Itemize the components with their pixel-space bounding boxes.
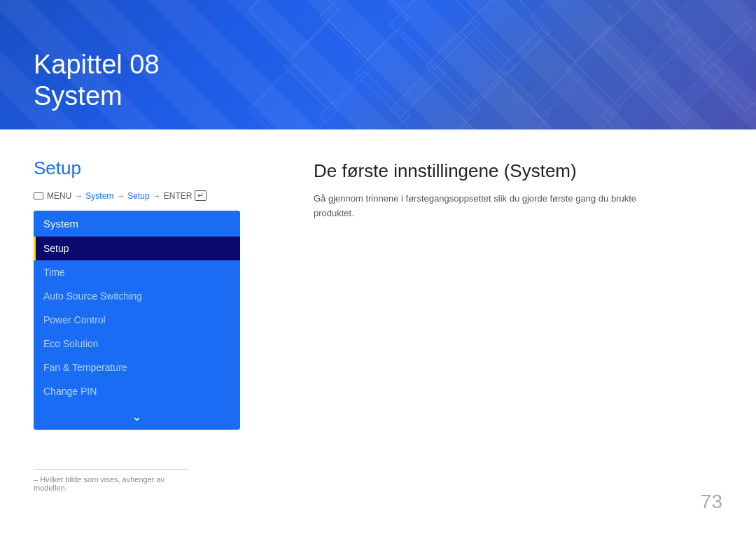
arrow-1: → [74, 191, 83, 201]
right-column: De første innstillingene (System) Gå gje… [314, 157, 722, 430]
menu-chevron[interactable]: ⌄ [34, 403, 240, 430]
footer-note-text: – Hvilket bilde som vises, avhenger av m… [34, 475, 164, 492]
menu-item-change-pin-label: Change PIN [43, 386, 97, 397]
chapter-label: Kapittel 08 [34, 50, 160, 79]
menu-item-fan-temp-label: Fan & Temperature [43, 362, 127, 373]
menu-item-power-control-label: Power Control [43, 314, 106, 325]
menu-item-fan-temp[interactable]: Fan & Temperature [34, 356, 240, 379]
header-title: Kapittel 08 System [34, 49, 160, 113]
page-number: 73 [701, 491, 722, 513]
menu-item-power-control[interactable]: Power Control [34, 308, 240, 332]
menu-item-auto-source[interactable]: Auto Source Switching [34, 284, 240, 308]
menu-item-setup-label: Setup [43, 243, 69, 254]
menu-label: MENU [47, 191, 71, 201]
menu-item-eco-solution-label: Eco Solution [43, 338, 99, 349]
header-banner: Kapittel 08 System [0, 0, 756, 129]
menu-item-time[interactable]: Time [34, 260, 240, 284]
hex-pattern [227, 0, 756, 129]
menu-item-time-label: Time [43, 267, 65, 278]
menu-item-eco-solution[interactable]: Eco Solution [34, 332, 240, 356]
chevron-down-icon: ⌄ [132, 409, 142, 424]
enter-label: ENTER [164, 191, 192, 201]
enter-icon: ↵ [195, 190, 206, 201]
section-title: Setup [34, 157, 272, 179]
footer-note: – Hvilket bilde som vises, avhenger av m… [34, 469, 188, 492]
content-title: De første innstillingene (System) [314, 160, 722, 182]
arrow-2: → [116, 191, 125, 201]
menu-path: MENU → System → Setup → ENTER ↵ [34, 190, 272, 201]
menu-icon [34, 192, 43, 199]
path-system: System [85, 191, 113, 201]
menu-item-auto-source-label: Auto Source Switching [43, 290, 142, 302]
main-content: Setup MENU → System → Setup → ENTER ↵ Sy… [0, 129, 756, 430]
path-setup: Setup [127, 191, 149, 201]
menu-item-change-pin[interactable]: Change PIN [34, 379, 240, 403]
system-menu: System Setup Time Auto Source Switching … [34, 211, 240, 430]
subtitle-label: System [34, 81, 122, 111]
menu-item-setup[interactable]: Setup [34, 237, 240, 260]
left-column: Setup MENU → System → Setup → ENTER ↵ Sy… [34, 157, 272, 430]
arrow-3: → [153, 191, 161, 201]
content-description: Gå gjennom trinnene i førstegangsoppsett… [314, 192, 678, 221]
system-menu-header: System [34, 211, 240, 237]
